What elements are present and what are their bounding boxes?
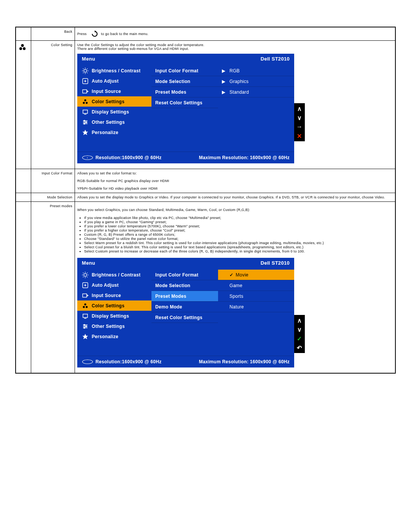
menu-icon (81, 78, 89, 85)
menu-icon (81, 323, 89, 330)
osd-mid-item[interactable]: Preset Modes (151, 87, 218, 97)
preset-list-item: Select Custom preset to increase or decr… (84, 249, 393, 253)
osd-left-item[interactable]: Input Source (77, 86, 151, 96)
osd-left-label: Input Source (92, 293, 121, 298)
svg-point-0 (21, 44, 24, 47)
svg-point-29 (84, 273, 87, 276)
submenu-arrow-icon: ▶ (222, 68, 225, 73)
osd-left-item[interactable]: Brightness / Contrast (77, 270, 151, 280)
nav-up-icon[interactable]: ∧ (295, 104, 304, 113)
svg-point-24 (84, 120, 85, 121)
row-icf-label: Input Color Format (42, 171, 72, 175)
nav-exit-icon[interactable]: ✕ (295, 132, 304, 140)
manual-table: Back Press to go back to the main menu. … (16, 27, 395, 373)
osd-mid-item[interactable]: Input Color Format (151, 66, 218, 76)
check-icon: ✓ (229, 272, 233, 278)
osd-right-item[interactable]: ▶Graphics (218, 76, 294, 87)
osd-left-label: Other Settings (92, 120, 125, 125)
nav-enter-icon[interactable]: → (295, 123, 304, 131)
nav-down-icon[interactable]: ∨ (295, 113, 304, 122)
osd-left-item[interactable]: Personalize (77, 127, 151, 137)
nav-up-icon[interactable]: ∧ (295, 316, 304, 324)
row-back-label: Back (64, 30, 72, 34)
osd-left-item[interactable]: Other Settings (77, 321, 151, 331)
osd-right-label: Graphics (229, 79, 249, 84)
osd-right-label: Sports (229, 294, 243, 299)
osd-right-item[interactable]: ▶Standard (218, 87, 294, 97)
osd-right-item[interactable]: Nature (218, 302, 294, 312)
svg-line-10 (83, 72, 84, 73)
menu-icon (81, 98, 89, 105)
osd-left-item[interactable]: Brightness / Contrast (77, 66, 151, 76)
svg-point-51 (86, 326, 87, 327)
osd-mid-item[interactable]: Reset Color Settings (151, 97, 218, 108)
osd-left-label: Input Source (92, 89, 121, 94)
menu-icon (81, 67, 89, 74)
osd-right-item[interactable]: ✓Movie (218, 270, 294, 280)
osd-left-label: Color Settings (92, 99, 124, 104)
svg-point-25 (86, 121, 87, 123)
osd-left-label: Other Settings (92, 324, 125, 329)
osd-left-label: Auto Adjust (92, 78, 119, 84)
nav-down-icon[interactable]: ∨ (295, 325, 304, 334)
svg-point-1 (19, 47, 22, 50)
nav-back-icon[interactable]: ↶ (295, 343, 304, 352)
svg-line-37 (87, 273, 88, 273)
osd-left-item[interactable]: Other Settings (77, 117, 151, 127)
svg-line-9 (87, 72, 88, 73)
osd-left-label: Color Settings (92, 303, 124, 308)
osd-mid-item[interactable]: Reset Color Settings (151, 312, 218, 323)
osd1-model: Dell ST2010 (261, 56, 290, 62)
menu-icon (81, 119, 89, 126)
return-icon (90, 30, 98, 38)
osd-left-item[interactable]: Display Settings (77, 311, 151, 321)
osd1-menu: Menu (82, 56, 95, 62)
svg-rect-45 (83, 314, 88, 317)
osd-right-item[interactable]: ▶RGB (218, 66, 294, 76)
preset-list-item: If you view media application like photo… (84, 216, 393, 220)
preset-list-item: Select Cool preset for a bluish tint. Th… (84, 245, 393, 249)
submenu-arrow-icon: ▶ (222, 89, 225, 95)
menu-icon (81, 292, 89, 299)
menu-icon (81, 302, 89, 309)
svg-line-35 (87, 276, 88, 277)
osd-left-item[interactable]: Color Settings (77, 300, 151, 311)
preset-list: If you view media application like photo… (84, 216, 393, 253)
osd1-res: Resolution:1600x900 @ 60Hz (96, 155, 162, 160)
press-text-2: to go back to the main menu. (101, 32, 148, 36)
osd2-res: Resolution:1600x900 @ 60Hz (96, 359, 162, 364)
svg-point-18 (86, 102, 88, 104)
osd-right-item[interactable]: Sports (218, 291, 294, 302)
menu-icon (81, 313, 89, 320)
menu-icon (81, 88, 89, 95)
osd-left-item[interactable]: Personalize (77, 331, 151, 342)
preset-list-item: If you prefer a lower color temperature … (84, 224, 393, 228)
osd-mid-item[interactable]: Mode Selection (151, 280, 218, 291)
osd2-menu: Menu (82, 260, 95, 266)
osd-mid-item[interactable]: Mode Selection (151, 76, 218, 87)
nav-ok-icon[interactable]: ✓ (295, 334, 304, 343)
osd-left-item[interactable]: Display Settings (77, 107, 151, 117)
osd-left-item[interactable]: Color Settings (77, 96, 151, 107)
osd-mid-item[interactable]: Demo Mode (151, 302, 218, 312)
osd-left-item[interactable]: Auto Adjust (77, 280, 151, 290)
energy-star-icon: ⋆ (82, 155, 93, 160)
color-desc-2: There are different color setting sub-me… (77, 47, 393, 51)
energy-star-icon (82, 359, 93, 364)
preset-list-item: If you play a game in PC, choose "Gaming… (84, 220, 393, 224)
osd-right-label: RGB (229, 68, 240, 73)
svg-point-16 (84, 99, 86, 101)
preset-list-item: If you prefer a higher color temperature… (84, 228, 393, 232)
osd-right-item[interactable]: Game (218, 280, 294, 291)
svg-rect-41 (83, 294, 87, 297)
osd-left-item[interactable]: Input Source (77, 290, 151, 300)
preset-list-item: Choose "Standard" to utilize the panel n… (84, 237, 393, 241)
osd-mid-item[interactable]: Preset Modes (151, 291, 218, 302)
osd-mid-item[interactable]: Input Color Format (151, 270, 218, 280)
menu-icon (81, 333, 89, 340)
osd-left-label: Personalize (92, 130, 118, 135)
preset-list-item: Custom (R, G, B) Preset offers a range o… (84, 233, 393, 236)
svg-rect-15 (83, 89, 87, 93)
svg-point-2 (23, 47, 25, 50)
osd-left-item[interactable]: Auto Adjust (77, 76, 151, 86)
